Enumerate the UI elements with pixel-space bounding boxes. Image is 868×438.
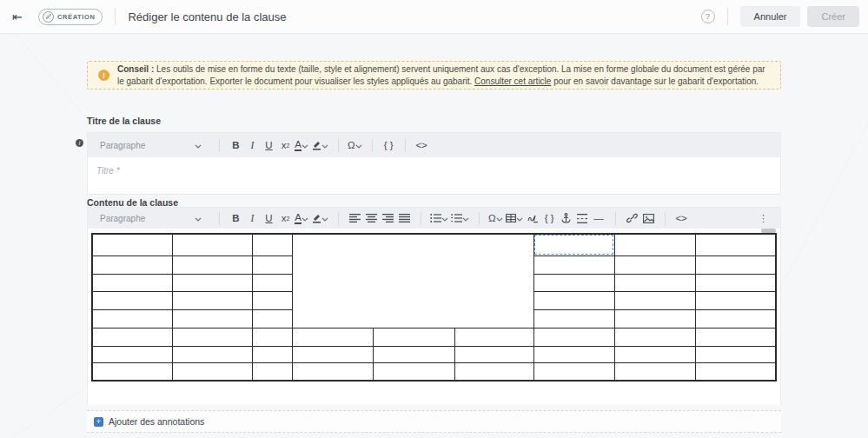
table-cell[interactable] <box>172 291 252 309</box>
table-cell[interactable] <box>172 346 252 362</box>
text-color-button[interactable]: A <box>295 137 309 153</box>
signature-button[interactable] <box>526 210 540 226</box>
table-cell[interactable] <box>92 274 172 291</box>
table-cell[interactable] <box>533 234 614 256</box>
bold-button[interactable]: B <box>229 137 243 153</box>
table-cell[interactable] <box>92 309 172 328</box>
table-cell[interactable] <box>454 362 533 381</box>
italic-button[interactable]: I <box>245 210 260 226</box>
table-cell[interactable] <box>695 328 776 346</box>
underline-button[interactable]: U <box>262 210 276 226</box>
help-icon[interactable]: ? <box>701 10 715 23</box>
table-cell[interactable] <box>292 346 373 362</box>
table-cell[interactable] <box>695 291 776 309</box>
table-cell[interactable] <box>614 291 695 309</box>
superscript-button[interactable]: x2 <box>278 137 293 153</box>
special-character-button[interactable]: Ω <box>348 137 363 153</box>
insert-image-button[interactable] <box>641 210 656 226</box>
table-cell[interactable] <box>373 346 454 362</box>
cancel-button[interactable]: Annuler <box>740 6 801 27</box>
table-cell[interactable] <box>614 346 695 362</box>
table-cell[interactable] <box>92 291 172 309</box>
superscript-button[interactable]: x2 <box>278 210 293 226</box>
italic-button[interactable]: I <box>245 137 260 153</box>
table-cell[interactable] <box>252 346 292 362</box>
table-cell[interactable] <box>92 328 172 346</box>
variable-braces-button[interactable]: { } <box>381 137 396 153</box>
table-cell[interactable] <box>533 346 614 362</box>
justify-button[interactable] <box>397 210 412 226</box>
numbered-list-button[interactable] <box>451 210 470 226</box>
bullet-list-button[interactable] <box>430 210 449 226</box>
table-cell[interactable] <box>292 362 373 381</box>
table-cell[interactable] <box>252 362 292 381</box>
text-color-button[interactable]: A <box>295 210 309 226</box>
paragraph-style-dropdown[interactable]: Paragraphe <box>100 141 202 150</box>
table-cell[interactable] <box>614 309 695 328</box>
table-cell[interactable] <box>252 309 292 328</box>
table-cell[interactable] <box>172 309 252 328</box>
table-cell[interactable] <box>292 328 373 346</box>
table-cell[interactable] <box>695 362 776 381</box>
table-cell[interactable] <box>252 234 292 256</box>
table-cell[interactable] <box>695 309 776 328</box>
horizontal-rule-button[interactable]: — <box>592 210 606 226</box>
table-cell[interactable] <box>252 328 292 346</box>
table-cell[interactable] <box>172 328 252 346</box>
table-cell[interactable] <box>695 274 776 291</box>
table-cell[interactable] <box>252 256 292 274</box>
content-editor-area[interactable] <box>88 229 780 405</box>
add-annotations-button[interactable]: + Ajouter des annotations <box>87 410 781 433</box>
table-cell[interactable] <box>172 274 252 291</box>
table-cell[interactable] <box>533 256 614 274</box>
align-center-button[interactable] <box>364 210 379 226</box>
table-cell[interactable] <box>614 274 695 291</box>
table-cell[interactable] <box>614 256 695 274</box>
table-cell[interactable] <box>373 328 454 346</box>
more-options-icon[interactable]: ⋮ <box>759 213 768 224</box>
create-button[interactable]: Créer <box>807 6 859 27</box>
table-cell[interactable] <box>533 309 614 328</box>
table-cell[interactable] <box>373 362 454 381</box>
underline-button[interactable]: U <box>262 137 276 153</box>
table-cell[interactable] <box>252 274 292 291</box>
bold-button[interactable]: B <box>229 210 243 226</box>
table-cell[interactable] <box>92 346 172 362</box>
page-break-button[interactable] <box>575 210 590 226</box>
insert-table-button[interactable] <box>506 210 524 226</box>
table-cell[interactable] <box>292 234 533 328</box>
table-cell[interactable] <box>92 256 172 274</box>
insert-link-button[interactable] <box>625 210 639 226</box>
source-code-button[interactable]: <> <box>414 137 429 153</box>
anchor-button[interactable] <box>559 210 573 226</box>
table-cell[interactable] <box>614 234 695 256</box>
info-icon[interactable]: i <box>76 139 83 147</box>
collapse-panel-icon[interactable]: ⇤ <box>12 10 31 23</box>
table-cell[interactable] <box>533 291 614 309</box>
title-input[interactable] <box>88 157 780 183</box>
table-cell[interactable] <box>533 274 614 291</box>
table-cell[interactable] <box>533 362 614 381</box>
table-cell[interactable] <box>695 234 776 256</box>
source-code-button[interactable]: <> <box>674 210 689 226</box>
table-cell[interactable] <box>172 234 252 256</box>
table-cell[interactable] <box>695 256 776 274</box>
table-cell[interactable] <box>172 256 252 274</box>
table-cell[interactable] <box>454 346 533 362</box>
table-cell[interactable] <box>172 362 252 381</box>
table-cell[interactable] <box>454 328 533 346</box>
align-right-button[interactable] <box>381 210 395 226</box>
table-cell[interactable] <box>533 328 614 346</box>
table-cell[interactable] <box>252 291 292 309</box>
table-cell[interactable] <box>695 346 776 362</box>
align-left-button[interactable] <box>348 210 362 226</box>
table-cell[interactable] <box>92 362 172 381</box>
special-character-button[interactable]: Ω <box>488 210 504 226</box>
consult-article-link[interactable]: Consulter cet article <box>474 76 551 86</box>
table-cell[interactable] <box>614 362 695 381</box>
paragraph-style-dropdown[interactable]: Paragraphe <box>100 214 202 223</box>
highlight-color-button[interactable] <box>311 137 329 153</box>
variable-braces-button[interactable]: { } <box>542 210 557 226</box>
highlight-color-button[interactable] <box>311 210 329 226</box>
table-cell[interactable] <box>614 328 695 346</box>
